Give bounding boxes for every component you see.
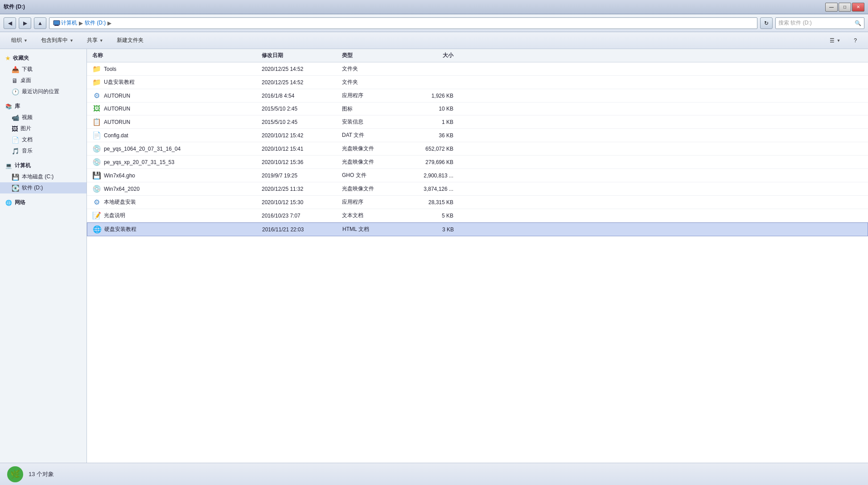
file-date: 2020/12/25 14:52 [262,79,342,86]
table-row[interactable]: 📁 Tools 2020/12/25 14:52 文件夹 [87,62,868,76]
minimize-button[interactable]: — [825,3,838,12]
file-name: Win7x64_2020 [104,186,140,192]
file-date: 2019/9/7 19:25 [262,173,342,179]
column-size[interactable]: 大小 [404,52,462,59]
file-type: HTML 文档 [342,226,405,233]
refresh-button[interactable]: ↻ [760,17,773,29]
file-icon: ⚙ [92,91,101,100]
file-type: 文件夹 [342,78,404,86]
sidebar-item-drive-c[interactable]: 💾 本地磁盘 (C:) [0,171,86,182]
file-size: 3,874,126 ... [404,186,462,192]
sidebar: ★ 收藏夹 📥 下载 🖥 桌面 🕐 最近访问的位置 📚 库 � [0,49,87,463]
file-icon: 📄 [92,131,101,140]
address-bar: ◀ ▶ ▲ 计算机 ▶ 软件 (D:) ▶ ↻ 搜索 软件 (D:) 🔍 [0,14,868,32]
file-name: 硬盘安装教程 [104,226,136,233]
help-button[interactable]: ? [848,34,863,47]
file-icon: 💿 [92,158,101,166]
file-icon: 💾 [92,171,101,180]
table-row[interactable]: 💿 Win7x64_2020 2020/12/25 11:32 光盘映像文件 3… [87,182,868,196]
window-title: 软件 (D:) [4,3,25,11]
search-bar[interactable]: 搜索 软件 (D:) 🔍 [775,17,864,29]
favorites-section: ★ 收藏夹 📥 下载 🖥 桌面 🕐 最近访问的位置 [0,53,86,97]
file-type: 光盘映像文件 [342,185,404,193]
computer-header[interactable]: 💻 计算机 [0,160,86,171]
column-type[interactable]: 类型 [342,52,404,59]
breadcrumb-drive[interactable]: 软件 (D:) [85,19,106,27]
sidebar-item-music[interactable]: 🎵 音乐 [0,145,86,156]
column-headers: 名称 修改日期 类型 大小 [87,49,868,62]
file-size: 1,926 KB [404,93,462,99]
network-header[interactable]: 🌐 网络 [0,197,86,208]
file-type: 光盘映像文件 [342,145,404,152]
table-row[interactable]: 💿 pe_yqs_1064_20_07_31_16_04 2020/10/12 … [87,142,868,156]
table-row[interactable]: 📄 Config.dat 2020/10/12 15:42 DAT 文件 36 … [87,129,868,142]
table-row[interactable]: 💾 Win7x64.gho 2019/9/7 19:25 GHO 文件 2,90… [87,169,868,182]
sidebar-item-video[interactable]: 📹 视频 [0,112,86,123]
organize-button[interactable]: 组织 ▼ [5,34,33,47]
file-icon: 🖼 [92,105,101,113]
breadcrumb-computer[interactable]: 计算机 [53,19,77,27]
file-list: 名称 修改日期 类型 大小 📁 Tools 2020/12/25 14:52 文… [87,49,868,463]
star-icon: ★ [5,55,10,62]
column-date[interactable]: 修改日期 [262,52,342,59]
file-icon: 📁 [92,78,101,86]
file-name: Tools [104,66,116,72]
table-row[interactable]: 💿 pe_yqs_xp_20_07_31_15_53 2020/10/12 15… [87,156,868,169]
table-row[interactable]: ⚙ 本地硬盘安装 2020/10/12 15:30 应用程序 28,315 KB [87,196,868,209]
maximize-button[interactable]: □ [839,3,851,12]
table-row[interactable]: 🖼 AUTORUN 2015/5/10 2:45 图标 10 KB [87,103,868,115]
table-row[interactable]: 🌐 硬盘安装教程 2016/11/21 22:03 HTML 文档 3 KB [87,222,868,236]
table-row[interactable]: 📋 AUTORUN 2015/5/10 2:45 安装信息 1 KB [87,115,868,129]
main-content: ★ 收藏夹 📥 下载 🖥 桌面 🕐 最近访问的位置 📚 库 � [0,49,868,463]
file-icon: ⚙ [92,198,101,206]
include-library-button[interactable]: 包含到库中 ▼ [35,34,79,47]
file-name: 本地硬盘安装 [104,198,136,206]
back-button[interactable]: ◀ [4,17,16,29]
view-button[interactable]: ☰ ▼ [824,34,846,47]
network-icon: 🌐 [5,200,12,206]
file-size: 1 KB [404,119,462,125]
breadcrumb-bar: 计算机 ▶ 软件 (D:) ▶ [49,17,757,29]
table-row[interactable]: 📝 光盘说明 2016/10/23 7:07 文本文档 5 KB [87,209,868,222]
favorites-header[interactable]: ★ 收藏夹 [0,53,86,64]
search-icon: 🔍 [855,20,861,26]
table-row[interactable]: ⚙ AUTORUN 2016/1/8 4:54 应用程序 1,926 KB [87,89,868,103]
sidebar-item-download[interactable]: 📥 下载 [0,64,86,75]
sidebar-item-recent[interactable]: 🕐 最近访问的位置 [0,86,86,97]
column-name[interactable]: 名称 [92,52,262,59]
sidebar-item-document[interactable]: 📄 文档 [0,134,86,145]
library-arrow: ▼ [70,38,74,43]
file-name: pe_yqs_xp_20_07_31_15_53 [104,159,174,165]
file-date: 2016/10/23 7:07 [262,213,342,219]
file-size: 36 KB [404,132,462,139]
file-name: U盘安装教程 [104,78,135,86]
file-type: 光盘映像文件 [342,158,404,166]
library-header[interactable]: 📚 库 [0,101,86,112]
status-icon: 🌿 [7,466,23,482]
file-size: 28,315 KB [404,199,462,206]
sidebar-item-image[interactable]: 🖼 图片 [0,123,86,134]
window-controls: — □ ✕ [825,3,864,12]
sidebar-item-desktop[interactable]: 🖥 桌面 [0,75,86,86]
file-icon: 📁 [92,65,101,73]
file-date: 2016/11/21 22:03 [262,226,342,233]
file-type: 图标 [342,105,404,113]
share-button[interactable]: 共享 ▼ [81,34,109,47]
file-type: DAT 文件 [342,132,404,139]
status-bar: 🌿 13 个对象 [0,463,868,485]
search-placeholder: 搜索 软件 (D:) [778,19,853,27]
new-folder-button[interactable]: 新建文件夹 [111,34,149,47]
forward-button[interactable]: ▶ [19,17,31,29]
computer-icon: 💻 [5,163,12,169]
file-icon: 💿 [92,185,101,193]
sidebar-item-drive-d[interactable]: 💽 软件 (D:) [0,182,86,193]
file-name: AUTORUN [104,106,130,112]
up-button[interactable]: ▲ [34,17,46,29]
table-row[interactable]: 📁 U盘安装教程 2020/12/25 14:52 文件夹 [87,76,868,89]
close-button[interactable]: ✕ [852,3,864,12]
document-icon: 📄 [12,136,19,144]
file-size: 10 KB [404,106,462,112]
file-date: 2020/10/12 15:41 [262,146,342,152]
title-bar: 软件 (D:) — □ ✕ [0,0,868,14]
file-type: 安装信息 [342,118,404,126]
